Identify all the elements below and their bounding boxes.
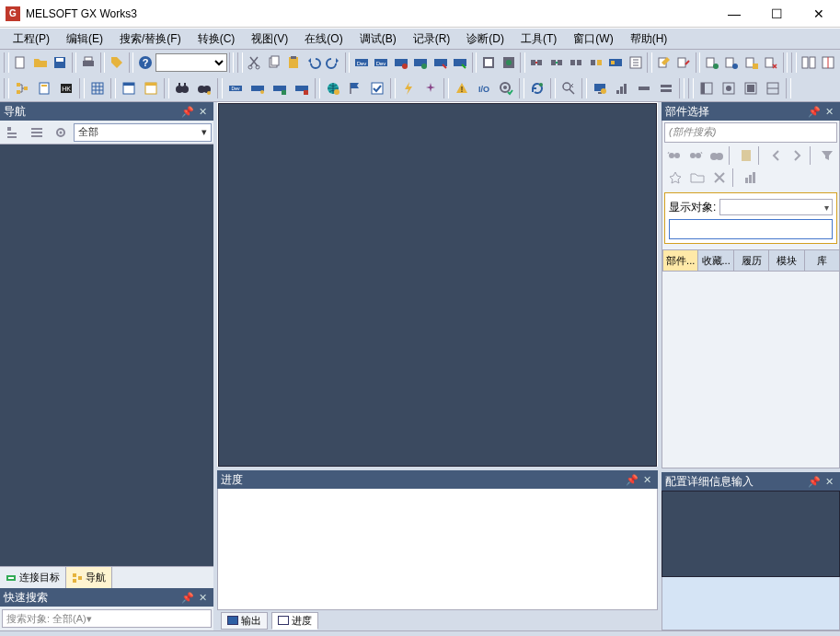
config-upper-area[interactable] (662, 491, 840, 577)
nav-view1-icon[interactable] (2, 123, 24, 142)
connect-icon-4[interactable] (586, 52, 605, 74)
parts-chart-icon[interactable] (740, 168, 762, 188)
binoculars-icon-1[interactable] (171, 77, 193, 99)
gear-check-icon[interactable] (495, 77, 517, 99)
paste-icon[interactable] (284, 52, 304, 74)
parts-folder-icon[interactable] (686, 168, 708, 188)
tab-navigation[interactable]: 导航 (66, 567, 112, 588)
config-close-icon[interactable]: ✕ (822, 474, 836, 489)
display-target-select[interactable]: ▾ (719, 199, 833, 215)
io-icon[interactable]: I/O (473, 77, 495, 99)
progress-pin-icon[interactable]: 📌 (625, 472, 639, 487)
minimize-button[interactable]: — (713, 0, 755, 28)
parts-binoculars-icon[interactable] (706, 145, 727, 166)
parts-left-icon[interactable] (765, 145, 787, 166)
config-lower-area[interactable] (662, 577, 840, 630)
write-icon-4[interactable] (722, 52, 742, 74)
new-icon[interactable] (11, 52, 30, 74)
nav-gear-icon[interactable] (50, 123, 72, 142)
connect-icon-2[interactable] (547, 52, 566, 74)
dev-small-icon-4[interactable] (291, 77, 313, 99)
menu-tools[interactable]: 工具(T) (513, 29, 564, 49)
parts-tab-history[interactable]: 履历 (733, 249, 769, 272)
window-icon-1[interactable] (118, 77, 140, 99)
check-blue-icon[interactable] (366, 77, 388, 99)
monitor-icon[interactable] (589, 77, 611, 99)
nav-tree[interactable] (0, 145, 213, 566)
menu-search-replace[interactable]: 搜索/替换(F) (112, 29, 189, 49)
parts-tab-module[interactable]: 模块 (768, 249, 804, 272)
flag-icon[interactable] (344, 77, 366, 99)
parts-clipboard-icon[interactable] (736, 145, 757, 166)
dev-small-icon-1[interactable]: Dev (224, 77, 247, 99)
progress-close-icon[interactable]: ✕ (639, 472, 654, 487)
bar-icon-3[interactable] (655, 77, 677, 99)
connect-icon-3[interactable] (567, 52, 586, 74)
menu-view[interactable]: 视图(V) (244, 29, 295, 49)
parts-tab-fav[interactable]: 收藏... (697, 249, 733, 272)
panel-icon-3[interactable] (740, 77, 762, 99)
menu-diagnose[interactable]: 诊断(D) (459, 29, 512, 49)
menu-online[interactable]: 在线(O) (297, 29, 350, 49)
parts-find-next-icon[interactable] (685, 145, 707, 166)
display-target-input[interactable] (669, 219, 833, 239)
open-icon[interactable] (30, 52, 50, 74)
panel-icon-2[interactable] (718, 77, 740, 99)
nav-pin-icon[interactable]: 📌 (180, 104, 195, 119)
menu-debug[interactable]: 调试(B) (352, 29, 404, 49)
maximize-button[interactable]: ☐ (755, 0, 798, 28)
binoculars-icon-2[interactable] (193, 77, 215, 99)
nav-close-icon[interactable]: ✕ (195, 104, 210, 119)
write-icon-6[interactable] (761, 52, 780, 74)
dev-icon-1[interactable]: Dev (351, 52, 371, 74)
nav-filter-select[interactable]: 全部 ▾ (74, 123, 212, 142)
module-icon-3[interactable] (605, 52, 625, 74)
parts-right-icon[interactable] (787, 145, 808, 166)
dev-icon-2[interactable]: Dev (372, 52, 391, 74)
layout-icon-1[interactable] (799, 52, 818, 74)
undo-icon[interactable] (304, 52, 323, 74)
write-icon-3[interactable] (702, 52, 721, 74)
cut-icon[interactable] (245, 52, 264, 74)
bar-icon-2[interactable] (633, 77, 655, 99)
bar-icon-1[interactable] (611, 77, 633, 99)
dev-icon-4[interactable] (411, 52, 431, 74)
parts-close-icon[interactable]: ✕ (822, 104, 836, 119)
doc-icon-1[interactable] (33, 77, 55, 99)
copy-icon[interactable] (264, 52, 283, 74)
parts-pin-icon[interactable]: 📌 (807, 104, 822, 119)
tab-output[interactable]: 输出 (221, 612, 268, 630)
menu-window[interactable]: 窗口(W) (566, 29, 620, 49)
print-icon[interactable] (78, 52, 98, 74)
parts-search-input[interactable]: (部件搜索) (664, 122, 837, 143)
grid-icon-1[interactable] (86, 77, 109, 99)
layout-icon-2[interactable] (818, 52, 837, 74)
dev-small-icon-2[interactable] (247, 77, 269, 99)
module-icon-1[interactable] (478, 52, 498, 74)
tab-connection-target[interactable]: 连接目标 (0, 567, 66, 588)
window-icon-2[interactable] (140, 77, 162, 99)
dev-icon-3[interactable] (391, 52, 410, 74)
redo-icon[interactable] (323, 52, 342, 74)
menu-edit[interactable]: 编辑(E) (59, 29, 110, 49)
parts-delete-icon[interactable] (708, 168, 731, 188)
tab-progress[interactable]: 进度 (271, 612, 318, 630)
editor-area[interactable] (218, 103, 657, 467)
doc-icon-2[interactable]: HK (55, 77, 77, 99)
parts-tab-library[interactable]: 库 (804, 249, 840, 272)
zoom-icon[interactable] (558, 77, 580, 99)
module-icon-4[interactable] (626, 52, 645, 74)
config-pin-icon[interactable]: 📌 (807, 474, 822, 489)
panel-icon-1[interactable] (696, 77, 718, 99)
tag-icon[interactable] (107, 52, 126, 74)
parts-find-prev-icon[interactable] (664, 145, 685, 166)
sparkle-icon[interactable] (420, 77, 442, 99)
refresh-icon[interactable] (526, 77, 548, 99)
tree-icon[interactable] (11, 77, 33, 99)
dev-small-icon-3[interactable] (269, 77, 291, 99)
nav-view2-icon[interactable] (26, 123, 48, 142)
close-button[interactable]: ✕ (798, 0, 840, 28)
dev-icon-5[interactable] (431, 52, 450, 74)
menu-convert[interactable]: 转换(C) (190, 29, 243, 49)
connect-icon-1[interactable] (527, 52, 547, 74)
